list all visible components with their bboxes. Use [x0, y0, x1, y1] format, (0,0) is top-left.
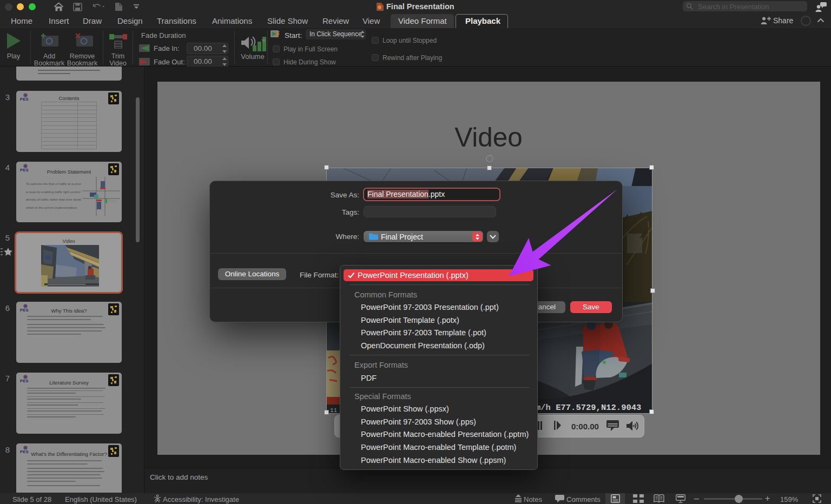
- svg-text:11: 11: [330, 407, 338, 414]
